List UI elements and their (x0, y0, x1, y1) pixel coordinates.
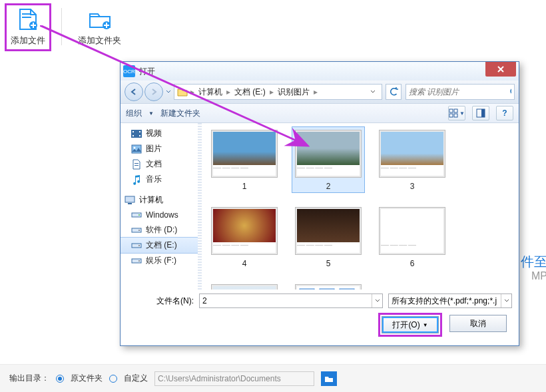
app-icon: OCR (123, 65, 135, 77)
sidebar-item-entertain-f[interactable]: 娱乐 (F:) (121, 253, 198, 268)
thumb-image: —— —— —— —— (379, 207, 445, 255)
svg-point-30 (138, 260, 140, 262)
open-button[interactable]: 打开(O) ▼ (382, 316, 439, 333)
sidebar-item-music[interactable]: 音乐 (121, 172, 198, 187)
svg-rect-7 (454, 109, 457, 112)
thumb-item[interactable]: —— —— —— ——4 (208, 204, 280, 270)
thumb-item[interactable]: —— —— —— ——5 (292, 204, 364, 270)
filetype-filter[interactable]: 所有支持的文件(*.pdf;*.png;*.j (388, 294, 512, 308)
breadcrumb[interactable]: ▸ 计算机 ▸ 文档 (E:) ▸ 识别图片 ▸ (174, 84, 382, 100)
close-icon (497, 66, 504, 73)
file-plus-icon (16, 8, 40, 31)
sidebar-item-software-d[interactable]: 软件 (D:) (121, 222, 198, 238)
svg-rect-1 (22, 17, 31, 18)
svg-rect-11 (481, 109, 485, 117)
organize-menu[interactable]: 组织 (126, 108, 142, 119)
refresh-icon (389, 87, 398, 97)
thumb-label: 1 (242, 182, 247, 191)
breadcrumb-sep: ▸ (268, 87, 275, 97)
computer-icon (125, 195, 135, 206)
view-mode-button[interactable]: ▼ (448, 106, 465, 120)
filename-dropdown[interactable] (372, 294, 382, 307)
filename-combo[interactable] (199, 294, 383, 308)
preview-pane-button[interactable] (472, 106, 489, 120)
svg-rect-13 (133, 131, 134, 132)
background-text-2: MP (531, 270, 546, 282)
app-toolbar: 添加文件 添加文件夹 (0, 0, 546, 59)
refresh-button[interactable] (386, 84, 402, 100)
sidebar: 视频 图片 文档 音乐 计算机 Windows 软件 (D:) 文档 (E:) … (121, 123, 198, 290)
sidebar-item-video[interactable]: 视频 (121, 126, 198, 141)
sidebar-item-windows-c[interactable]: Windows (121, 208, 198, 222)
dialog-buttons: 打开(O) ▼ 取消 (121, 312, 519, 343)
search-box[interactable] (406, 84, 515, 100)
chevron-down-icon: ▼ (148, 110, 154, 116)
cancel-button[interactable]: 取消 (449, 315, 507, 332)
toolbar-divider (61, 8, 62, 45)
chevron-down-icon (375, 299, 380, 303)
file-list: —— —— —— ——1—— —— —— ——2—— —— —— ——3—— —… (202, 123, 519, 290)
filename-label: 文件名(N): (127, 295, 194, 307)
svg-rect-8 (449, 114, 453, 117)
thumb-item[interactable]: —— —— —— ——6 (376, 204, 448, 270)
radio-custom[interactable] (109, 375, 117, 383)
output-path-field[interactable]: C:\Users\Administrator\Documents (154, 371, 314, 386)
thumb-image: —— —— —— —— (295, 130, 362, 178)
help-button[interactable]: ? (496, 106, 513, 120)
add-folder-button[interactable]: 添加文件夹 (74, 5, 125, 49)
svg-point-28 (138, 245, 140, 246)
nav-history-dropdown[interactable] (164, 90, 172, 94)
sidebar-item-pictures[interactable]: 图片 (121, 141, 198, 156)
svg-rect-16 (139, 135, 140, 136)
breadcrumb-folder[interactable]: 识别图片 (275, 87, 312, 98)
nav-forward-button[interactable] (144, 83, 163, 101)
arrow-right-icon (150, 88, 158, 96)
svg-rect-12 (131, 130, 142, 138)
view-thumbs-icon (449, 108, 458, 118)
sidebar-item-documents-e[interactable]: 文档 (E:) (121, 238, 198, 253)
output-label: 输出目录： (9, 373, 49, 384)
chevron-down-icon (504, 299, 509, 303)
thumb-image (295, 284, 362, 290)
nav-back-button[interactable] (125, 83, 143, 101)
drive-icon (131, 240, 142, 251)
thumb-item[interactable]: —— —— —— ——3 (376, 127, 448, 192)
split-arrow-icon: ▼ (423, 322, 428, 328)
breadcrumb-root[interactable]: 计算机 (196, 87, 225, 98)
pictures-icon (131, 144, 142, 154)
thumb-item[interactable]: —— —— —— ——2 (292, 127, 364, 192)
svg-rect-32 (320, 289, 334, 290)
svg-point-26 (138, 230, 140, 231)
dialog-body: 视频 图片 文档 音乐 计算机 Windows 软件 (D:) 文档 (E:) … (121, 123, 519, 290)
new-folder-button[interactable]: 新建文件夹 (160, 108, 200, 119)
thumb-label: 5 (326, 259, 331, 268)
thumb-image: —— —— —— —— (211, 207, 278, 255)
svg-rect-17 (132, 145, 141, 153)
thumb-item[interactable]: —— —— —— ——1 (208, 127, 280, 192)
svg-rect-9 (454, 114, 457, 117)
arrow-left-icon (130, 88, 138, 96)
breadcrumb-drive[interactable]: 文档 (E:) (232, 87, 268, 98)
sidebar-item-documents[interactable]: 文档 (121, 156, 198, 172)
filename-input[interactable] (200, 296, 372, 305)
output-bar: 输出目录： 原文件夹 自定义 C:\Users\Administrator\Do… (0, 364, 546, 392)
radio-source-folder[interactable] (56, 375, 64, 383)
svg-rect-14 (133, 135, 134, 136)
browse-folder-button[interactable] (321, 371, 337, 386)
sidebar-section-computer[interactable]: 计算机 (121, 192, 198, 208)
svg-rect-0 (22, 13, 31, 15)
thumb-item[interactable]: 7 (208, 282, 280, 290)
svg-rect-21 (125, 196, 135, 202)
breadcrumb-sep: ▸ (312, 87, 319, 97)
search-input[interactable] (409, 87, 509, 97)
nav-bar: ▸ 计算机 ▸ 文档 (E:) ▸ 识别图片 ▸ (121, 81, 519, 103)
close-button[interactable] (485, 62, 516, 77)
thumb-item[interactable]: 20181204153406 (292, 282, 364, 290)
thumb-image: —— —— —— —— (379, 130, 445, 178)
breadcrumb-dropdown[interactable] (367, 90, 379, 94)
breadcrumb-sep: ▸ (189, 87, 196, 97)
dialog-titlebar: OCR 打开 (121, 62, 519, 81)
add-file-button[interactable]: 添加文件 (7, 5, 49, 49)
thumb-image: —— —— —— —— (211, 130, 278, 178)
filter-dropdown[interactable] (501, 294, 511, 307)
